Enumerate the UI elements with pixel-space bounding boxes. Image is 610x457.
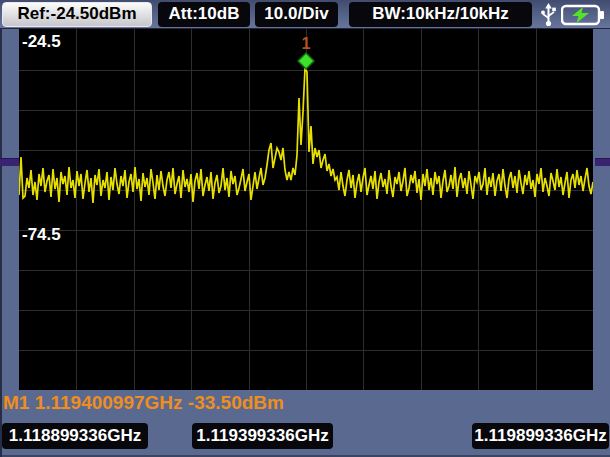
battery-charging-icon [561, 3, 605, 27]
marker-diamond[interactable] [298, 53, 314, 69]
marker-label: 1 [302, 35, 311, 52]
usb-icon [540, 3, 557, 27]
trace-level-indicator-left [0, 158, 19, 166]
attenuation-button[interactable]: Att:10dB [158, 2, 250, 27]
top-settings-bar: Ref:-24.50dBm Att:10dB 10.0/Div BW:10kHz… [0, 0, 610, 29]
ref-level-label: -24.5 [22, 33, 61, 50]
marker-readout: M1 1.119400997GHz -33.50dBm [3, 392, 284, 414]
trace-level-indicator-right [595, 158, 610, 166]
spectrum-analyzer-screen: Ref:-24.50dBm Att:10dB 10.0/Div BW:10kHz… [0, 0, 610, 457]
ref-level-button[interactable]: Ref:-24.50dBm [2, 2, 152, 27]
charging-bolt-icon [572, 7, 589, 23]
start-frequency-button[interactable]: 1.118899336GHz [2, 423, 148, 449]
scale-per-div-button[interactable]: 10.0/Div [255, 2, 338, 27]
spectrum-plot-area[interactable]: 1 [19, 29, 593, 390]
stop-frequency-button[interactable]: 1.119899336GHz [472, 423, 609, 449]
status-icon-group [540, 3, 605, 27]
center-frequency-button[interactable]: 1.119399336GHz [192, 423, 333, 449]
mid-level-label: -74.5 [22, 226, 61, 243]
spectrum-svg: 1 [19, 29, 593, 390]
bandwidth-button[interactable]: BW:10kHz/10kHz [349, 2, 532, 27]
